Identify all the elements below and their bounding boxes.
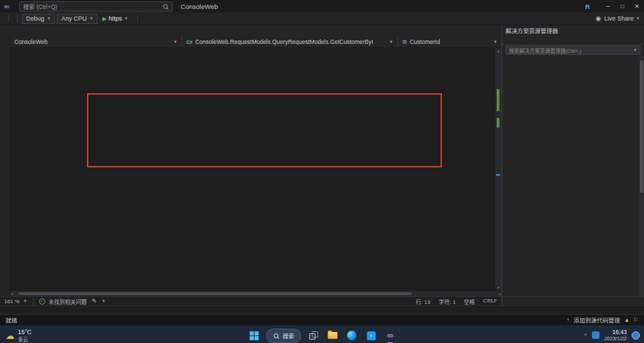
separator (8, 15, 9, 23)
document-tab-strip (0, 25, 501, 36)
tree-scrollbar[interactable] (639, 56, 644, 296)
platform-label: Any CPU (61, 15, 86, 22)
change-mark (497, 118, 499, 128)
taskbar-date: 2023/1/22 (604, 336, 627, 342)
minimize-button[interactable]: ─ (601, 0, 615, 12)
run-target-label: https (109, 15, 123, 22)
nav-project-label: ConsoleWeb (14, 38, 48, 45)
indent-mode-indicator[interactable]: 空格 (464, 298, 475, 305)
solution-tree (502, 56, 644, 296)
line-ending-indicator[interactable]: CRLF (483, 298, 497, 305)
nav-member-dropdown[interactable]: ⚙ CustomerId ▼ (398, 36, 501, 47)
notifications-icon[interactable]: ⚐ (634, 317, 639, 323)
main-toolbar: Debug▼ Any CPU▼ ▶ https ▼ ◉ Live Share ▼ (0, 12, 644, 25)
chevron-down-icon: ▼ (47, 16, 51, 21)
editor-navigation-bar: ConsoleWeb ▼ C# ConsoleWeb.RequestModels… (10, 36, 501, 48)
search-placeholder: 搜索解决方案资源管理器(Ctrl+;) (509, 47, 582, 54)
chevron-down-icon: ▼ (633, 48, 637, 52)
separator (33, 298, 34, 305)
nav-project-dropdown[interactable]: ConsoleWeb ▼ (10, 36, 182, 47)
scrollbar-thumb[interactable] (640, 60, 643, 193)
run-button[interactable]: ▶ https ▼ (99, 14, 131, 23)
separator (17, 15, 18, 23)
csharp-icon: C# (186, 40, 193, 45)
scroll-down-icon[interactable]: ▼ (495, 285, 501, 290)
separator (137, 15, 138, 23)
notification-badge[interactable] (632, 331, 640, 340)
start-button[interactable] (247, 327, 260, 343)
scrollbar-thumb[interactable] (18, 292, 412, 295)
title-bar: ∞ 搜索 (Ctrl+Q) ConsoleWeb R ─ □ ✕ (0, 0, 644, 12)
health-status[interactable]: 未找到相关问题 (49, 298, 87, 305)
nav-type-dropdown[interactable]: C# ConsoleWeb.RequestModels.QueryRequest… (182, 36, 398, 47)
system-tray: ^ 16:43 2023/1/22 (584, 329, 640, 342)
maximize-button[interactable]: □ (615, 0, 630, 12)
task-view-icon (310, 331, 318, 340)
file-explorer-button[interactable] (326, 327, 340, 343)
weather-temperature: 15°C (18, 329, 32, 335)
editor-vertical-scrollbar[interactable]: ▲ ▼ (495, 48, 501, 290)
close-button[interactable]: ✕ (630, 0, 644, 12)
zoom-control[interactable]: 161 % (4, 298, 20, 305)
property-icon: ⚙ (402, 39, 407, 45)
weather-icon: ☁ (5, 331, 14, 341)
live-share-icon: ◉ (594, 15, 602, 22)
tray-expand-icon[interactable]: ^ (584, 332, 587, 338)
platform-dropdown[interactable]: Any CPU▼ (57, 14, 97, 24)
search-icon (162, 3, 169, 10)
taskbar-clock[interactable]: 16:43 2023/1/22 (604, 329, 627, 342)
chevron-down-icon: ▼ (389, 40, 393, 44)
nav-member-label: CustomerId (410, 38, 440, 45)
cursor-line-indicator[interactable]: 行: 13 (416, 298, 430, 305)
edge-button[interactable] (345, 327, 359, 343)
folder-icon (328, 332, 338, 339)
cursor-column-indicator[interactable]: 字符: 1 (438, 298, 456, 305)
workspace: ConsoleWeb ▼ C# ConsoleWeb.RequestModels… (0, 25, 644, 305)
code-editor[interactable]: ▲ ▼ (10, 48, 501, 290)
tray-app-icon[interactable] (592, 331, 599, 339)
solution-explorer-toolbar (502, 34, 644, 45)
chevron-down-icon: ▼ (636, 16, 640, 21)
weather-widget[interactable]: ☁ 15°C 多云 (5, 329, 32, 343)
add-source-control-button[interactable]: 添加到源代码管理 (573, 316, 620, 324)
live-share-button[interactable]: ◉ Live Share ▼ (594, 15, 640, 22)
vscode-button[interactable]: › (364, 327, 378, 343)
status-ready: 就绪 (5, 316, 17, 324)
solution-explorer: 解决方案资源管理器 搜索解决方案资源管理器(Ctrl+;) ▼ (501, 25, 644, 305)
push-arrow-icon: ↑ (567, 317, 569, 323)
document-health-icon: ✓ (39, 298, 45, 305)
search-icon (273, 333, 279, 339)
code-lines (10, 48, 501, 50)
search-placeholder: 搜索 (Ctrl+Q) (23, 2, 58, 10)
task-view-button[interactable] (307, 327, 321, 343)
vscode-icon: › (367, 331, 375, 340)
caret-up-icon[interactable]: ▲ (624, 317, 630, 323)
edit-icon[interactable]: ✎ (90, 298, 99, 305)
live-share-label: Live Share (604, 15, 634, 22)
scroll-right-icon[interactable]: ▸ (499, 291, 501, 296)
panel-title: 解决方案资源管理器 (506, 26, 637, 34)
visual-studio-button[interactable]: ∞ (384, 327, 397, 343)
chevron-down-icon: ▼ (101, 299, 106, 303)
taskbar-center: 搜索 › ∞ (247, 325, 397, 343)
scroll-up-icon[interactable]: ▲ (495, 48, 501, 54)
chevron-down-icon: ▼ (493, 40, 497, 44)
solution-explorer-header[interactable]: 解决方案资源管理器 (502, 25, 644, 34)
visual-studio-icon: ∞ (387, 331, 393, 340)
windows-logo-icon (249, 331, 258, 340)
editor-horizontal-scrollbar[interactable]: ◂ ▸ (10, 290, 501, 296)
debug-config-dropdown[interactable]: Debug▼ (22, 14, 55, 24)
quick-search-box[interactable]: 搜索 (Ctrl+Q) (19, 1, 173, 12)
bottom-panel-tab-strip (0, 305, 644, 314)
caret-mark (496, 174, 500, 176)
scroll-left-icon[interactable]: ◂ (11, 291, 13, 296)
tool-window-tab-strip (502, 296, 644, 305)
edge-icon (347, 331, 357, 340)
solution-search[interactable]: 搜索解决方案资源管理器(Ctrl+;) ▼ (502, 45, 644, 56)
activity-bar (0, 36, 10, 296)
taskbar-search[interactable]: 搜索 (266, 329, 301, 343)
editor-region: ConsoleWeb ▼ C# ConsoleWeb.RequestModels… (0, 25, 501, 305)
account-button[interactable]: R (585, 3, 590, 10)
window-title: ConsoleWeb (181, 3, 218, 10)
editor-status-strip: 161 % ▼ ✓ 未找到相关问题 ✎ ▼ 行: 13 字符: 1 空格 CRL… (0, 296, 501, 305)
